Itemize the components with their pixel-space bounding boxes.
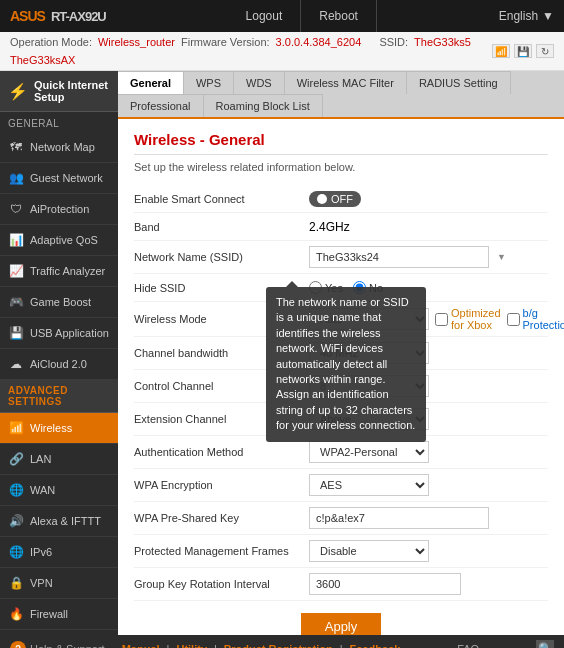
band-value: 2.4GHz bbox=[309, 220, 548, 234]
optimized-xbox-input[interactable] bbox=[435, 313, 448, 326]
wifi-icon[interactable]: 📶 bbox=[492, 44, 510, 58]
wpa-psk-input[interactable] bbox=[309, 507, 489, 529]
operation-mode-value[interactable]: Wireless_router bbox=[98, 36, 175, 48]
ssid-input[interactable] bbox=[309, 246, 489, 268]
logout-button[interactable]: Logout bbox=[228, 0, 302, 32]
quick-setup-icon: ⚡ bbox=[8, 82, 28, 101]
footer: ? Help & Support Manual | Utility | Prod… bbox=[0, 635, 564, 648]
sidebar-item-label: VPN bbox=[30, 577, 53, 589]
quick-setup-label: Quick Internet Setup bbox=[34, 79, 110, 103]
tab-wds[interactable]: WDS bbox=[234, 71, 285, 94]
refresh-icon[interactable]: ↻ bbox=[536, 44, 554, 58]
language-selector[interactable]: English ▼ bbox=[489, 9, 564, 23]
group-key-value bbox=[309, 573, 548, 595]
sidebar-item-label: AiProtection bbox=[30, 203, 89, 215]
tab-wps[interactable]: WPS bbox=[184, 71, 234, 94]
band-display: 2.4GHz bbox=[309, 220, 350, 234]
tab-roaming[interactable]: Roaming Block List bbox=[204, 94, 323, 117]
manual-link[interactable]: Manual bbox=[122, 643, 160, 648]
tab-professional[interactable]: Professional bbox=[118, 94, 204, 117]
usb-icon[interactable]: 💾 bbox=[514, 44, 532, 58]
sidebar-item-network-map[interactable]: 🗺 Network Map bbox=[0, 132, 118, 163]
wpa-encryption-value: AES bbox=[309, 474, 548, 496]
wpa-psk-label: WPA Pre-Shared Key bbox=[134, 512, 309, 524]
reboot-button[interactable]: Reboot bbox=[301, 0, 377, 32]
operation-mode-label: Operation Mode: bbox=[10, 36, 92, 48]
network-map-icon: 🗺 bbox=[8, 139, 24, 155]
big-protection-label: b/g Protection bbox=[523, 307, 564, 331]
vpn-icon: 🔒 bbox=[8, 575, 24, 591]
quick-internet-setup[interactable]: ⚡ Quick Internet Setup bbox=[0, 71, 118, 112]
sidebar-item-alexa[interactable]: 🔊 Alexa & IFTTT bbox=[0, 506, 118, 537]
pmf-select[interactable]: Disable bbox=[309, 540, 429, 562]
utility-link[interactable]: Utility bbox=[176, 643, 207, 648]
sidebar-item-adaptive-qos[interactable]: 📊 Adaptive QoS bbox=[0, 225, 118, 256]
main-layout: ⚡ Quick Internet Setup General 🗺 Network… bbox=[0, 71, 564, 635]
optimized-xbox-label: Optimized for Xbox bbox=[451, 307, 501, 331]
aicloud-icon: ☁ bbox=[8, 356, 24, 372]
big-protection-input[interactable] bbox=[507, 313, 520, 326]
wpa-psk-value bbox=[309, 507, 548, 529]
auth-method-select[interactable]: WPA2-Personal bbox=[309, 441, 429, 463]
sidebar-item-label: WAN bbox=[30, 484, 55, 496]
big-protection-checkbox[interactable]: b/g Protection bbox=[507, 307, 564, 331]
sidebar-item-label: AiCloud 2.0 bbox=[30, 358, 87, 370]
header-nav: Logout Reboot bbox=[116, 0, 489, 32]
sidebar-item-lan[interactable]: 🔗 LAN bbox=[0, 444, 118, 475]
product-registration-link[interactable]: Product Registration bbox=[224, 643, 333, 648]
tab-general[interactable]: General bbox=[118, 71, 184, 96]
ssid-row: Network Name (SSID) ▼ bbox=[134, 241, 548, 274]
ssid-arrow-icon: ▼ bbox=[497, 252, 506, 262]
model-name: RT-AX92U bbox=[51, 9, 106, 24]
sidebar-item-traffic-analyzer[interactable]: 📈 Traffic Analyzer bbox=[0, 256, 118, 287]
sidebar-item-aiprotection[interactable]: 🛡 AiProtection bbox=[0, 194, 118, 225]
header-logo: ASUS RT-AX92U bbox=[0, 8, 116, 24]
sidebar-item-label: Firewall bbox=[30, 608, 68, 620]
sidebar-item-label: Alexa & IFTTT bbox=[30, 515, 101, 527]
apply-button[interactable]: Apply bbox=[301, 613, 382, 635]
traffic-analyzer-icon: 📈 bbox=[8, 263, 24, 279]
usb-application-icon: 💾 bbox=[8, 325, 24, 341]
info-bar: Operation Mode: Wireless_router Firmware… bbox=[0, 32, 564, 71]
feedback-link[interactable]: Feedback bbox=[350, 643, 401, 648]
content-area: General WPS WDS Wireless MAC Filter RADI… bbox=[118, 71, 564, 635]
sidebar-item-label: Traffic Analyzer bbox=[30, 265, 105, 277]
sidebar-item-administration[interactable]: ⚙ Administration bbox=[0, 630, 118, 635]
sidebar-item-ipv6[interactable]: 🌐 IPv6 bbox=[0, 537, 118, 568]
alexa-icon: 🔊 bbox=[8, 513, 24, 529]
firmware-value[interactable]: 3.0.0.4.384_6204 bbox=[276, 36, 362, 48]
sidebar-item-label: Adaptive QoS bbox=[30, 234, 98, 246]
sidebar-item-firewall[interactable]: 🔥 Firewall bbox=[0, 599, 118, 630]
optimized-xbox-checkbox[interactable]: Optimized for Xbox bbox=[435, 307, 501, 331]
smart-connect-toggle[interactable]: OFF bbox=[309, 191, 361, 207]
sidebar-item-vpn[interactable]: 🔒 VPN bbox=[0, 568, 118, 599]
wpa-encryption-select[interactable]: AES bbox=[309, 474, 429, 496]
sidebar-item-wireless[interactable]: 📶 Wireless bbox=[0, 413, 118, 444]
sidebar-item-game-boost[interactable]: 🎮 Game Boost bbox=[0, 287, 118, 318]
ssid2-value[interactable]: TheG33ksAX bbox=[10, 54, 75, 66]
help-icon: ? bbox=[10, 641, 26, 648]
group-key-row: Group Key Rotation Interval bbox=[134, 568, 548, 601]
smart-connect-value: OFF bbox=[309, 191, 548, 207]
search-button[interactable]: 🔍 bbox=[536, 640, 554, 648]
band-row: Band 2.4GHz bbox=[134, 213, 548, 241]
sidebar-item-guest-network[interactable]: 👥 Guest Network bbox=[0, 163, 118, 194]
sidebar-item-wan[interactable]: 🌐 WAN bbox=[0, 475, 118, 506]
group-key-input[interactable] bbox=[309, 573, 461, 595]
smart-connect-row: Enable Smart Connect OFF bbox=[134, 185, 548, 213]
search-icon: 🔍 bbox=[538, 642, 553, 648]
sidebar-item-aicloud[interactable]: ☁ AiCloud 2.0 bbox=[0, 349, 118, 380]
sidebar-item-usb-application[interactable]: 💾 USB Application bbox=[0, 318, 118, 349]
sidebar-item-label: Guest Network bbox=[30, 172, 103, 184]
wpa-psk-row: WPA Pre-Shared Key bbox=[134, 502, 548, 535]
guest-network-icon: 👥 bbox=[8, 170, 24, 186]
page-content: Wireless - General Set up the wireless r… bbox=[118, 119, 564, 635]
language-label: English bbox=[499, 9, 538, 23]
tab-mac-filter[interactable]: Wireless MAC Filter bbox=[285, 71, 407, 94]
ssid1-value[interactable]: TheG33ks5 bbox=[414, 36, 471, 48]
faq-label: FAQ bbox=[457, 643, 479, 648]
tab-radius[interactable]: RADIUS Setting bbox=[407, 71, 511, 94]
aiprotection-icon: 🛡 bbox=[8, 201, 24, 217]
ipv6-icon: 🌐 bbox=[8, 544, 24, 560]
adaptive-qos-icon: 📊 bbox=[8, 232, 24, 248]
